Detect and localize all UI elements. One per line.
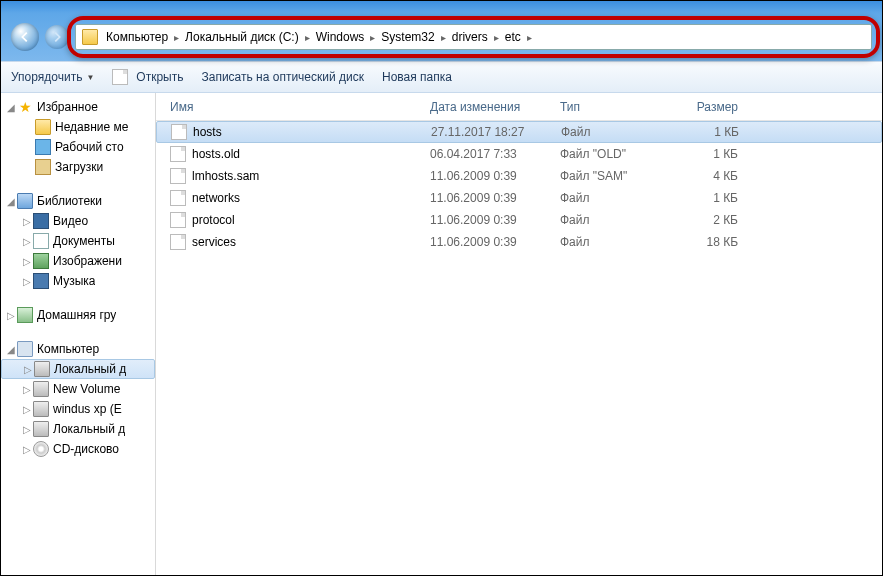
- main-area: ◢ ★ Избранное Недавние ме Рабочий сто За…: [1, 93, 882, 575]
- table-row[interactable]: networks11.06.2009 0:39Файл1 КБ: [156, 187, 882, 209]
- column-size[interactable]: Размер: [664, 100, 744, 114]
- file-icon: [171, 124, 187, 140]
- sidebar-favorites[interactable]: ◢ ★ Избранное: [1, 97, 155, 117]
- collapse-icon[interactable]: ◢: [5, 102, 17, 113]
- expand-icon[interactable]: ▷: [21, 256, 33, 267]
- chevron-right-icon[interactable]: ▸: [492, 32, 501, 43]
- sidebar-item-pictures[interactable]: ▷ Изображени: [1, 251, 155, 271]
- table-row[interactable]: protocol11.06.2009 0:39Файл2 КБ: [156, 209, 882, 231]
- organize-label: Упорядочить: [11, 70, 82, 84]
- cell-size: 1 КБ: [664, 191, 744, 205]
- sidebar-item-music[interactable]: ▷ Музыка: [1, 271, 155, 291]
- file-name: lmhosts.sam: [192, 169, 259, 183]
- sidebar-item-local-disk-c[interactable]: ▷ Локальный д: [1, 359, 155, 379]
- table-row[interactable]: services11.06.2009 0:39Файл18 КБ: [156, 231, 882, 253]
- column-headers: Имя Дата изменения Тип Размер: [156, 93, 882, 121]
- cell-name: hosts.old: [164, 146, 424, 162]
- chevron-right-icon[interactable]: ▸: [439, 32, 448, 43]
- chevron-right-icon[interactable]: ▸: [303, 32, 312, 43]
- sidebar-favorites-group: ◢ ★ Избранное Недавние ме Рабочий сто За…: [1, 97, 155, 177]
- downloads-icon: [35, 159, 51, 175]
- sidebar-item-local-disk-2[interactable]: ▷ Локальный д: [1, 419, 155, 439]
- file-name: hosts.old: [192, 147, 240, 161]
- chevron-right-icon[interactable]: ▸: [368, 32, 377, 43]
- sidebar-item-label: Музыка: [53, 274, 95, 288]
- folder-icon: [35, 119, 51, 135]
- expand-icon[interactable]: ▷: [5, 310, 17, 321]
- sidebar-item-label: CD-дисково: [53, 442, 119, 456]
- sidebar-item-label: Документы: [53, 234, 115, 248]
- collapse-icon[interactable]: ◢: [5, 196, 17, 207]
- cell-date: 11.06.2009 0:39: [424, 235, 554, 249]
- cell-name: hosts: [165, 124, 425, 140]
- breadcrumb-segment[interactable]: etc: [501, 25, 525, 49]
- sidebar-item-recent[interactable]: Недавние ме: [1, 117, 155, 137]
- collapse-icon[interactable]: ◢: [5, 344, 17, 355]
- file-icon: [170, 168, 186, 184]
- expand-icon[interactable]: ▷: [21, 236, 33, 247]
- column-date[interactable]: Дата изменения: [424, 100, 554, 114]
- breadcrumb-segment[interactable]: Windows: [312, 25, 369, 49]
- back-button[interactable]: [11, 23, 39, 51]
- expand-icon[interactable]: ▷: [21, 424, 33, 435]
- address-bar[interactable]: Компьютер▸Локальный диск (C:)▸Windows▸Sy…: [75, 24, 872, 50]
- expand-icon[interactable]: ▷: [21, 276, 33, 287]
- sidebar-computer-group: ◢ Компьютер ▷ Локальный д ▷ New Volume ▷…: [1, 339, 155, 459]
- sidebar-item-new-volume[interactable]: ▷ New Volume: [1, 379, 155, 399]
- sidebar-item-label: Избранное: [37, 100, 98, 114]
- expand-icon[interactable]: ▷: [22, 364, 34, 375]
- table-row[interactable]: hosts27.11.2017 18:27Файл1 КБ: [156, 121, 882, 143]
- sidebar-item-cd-drive[interactable]: ▷ CD-дисково: [1, 439, 155, 459]
- breadcrumb-segment[interactable]: Компьютер: [102, 25, 172, 49]
- cd-icon: [33, 441, 49, 457]
- drive-icon: [34, 361, 50, 377]
- cell-name: networks: [164, 190, 424, 206]
- breadcrumb-segment[interactable]: System32: [377, 25, 438, 49]
- cell-type: Файл: [554, 235, 664, 249]
- sidebar-item-label: Недавние ме: [55, 120, 128, 134]
- chevron-down-icon: ▼: [86, 73, 94, 82]
- desktop-icon: [35, 139, 51, 155]
- table-row[interactable]: lmhosts.sam11.06.2009 0:39Файл "SAM"4 КБ: [156, 165, 882, 187]
- organize-button[interactable]: Упорядочить ▼: [11, 70, 94, 84]
- burn-button[interactable]: Записать на оптический диск: [201, 70, 364, 84]
- chevron-right-icon[interactable]: ▸: [172, 32, 181, 43]
- column-name[interactable]: Имя: [164, 100, 424, 114]
- sidebar-item-videos[interactable]: ▷ Видео: [1, 211, 155, 231]
- table-row[interactable]: hosts.old06.04.2017 7:33Файл "OLD"1 КБ: [156, 143, 882, 165]
- expand-icon[interactable]: ▷: [21, 404, 33, 415]
- sidebar-libraries[interactable]: ◢ Библиотеки: [1, 191, 155, 211]
- sidebar-item-label: Рабочий сто: [55, 140, 124, 154]
- new-folder-button[interactable]: Новая папка: [382, 70, 452, 84]
- burn-label: Записать на оптический диск: [201, 70, 364, 84]
- column-type[interactable]: Тип: [554, 100, 664, 114]
- sidebar-item-documents[interactable]: ▷ Документы: [1, 231, 155, 251]
- chevron-right-icon[interactable]: ▸: [525, 32, 534, 43]
- cell-date: 06.04.2017 7:33: [424, 147, 554, 161]
- file-name: protocol: [192, 213, 235, 227]
- sidebar-item-downloads[interactable]: Загрузки: [1, 157, 155, 177]
- breadcrumb-segment[interactable]: drivers: [448, 25, 492, 49]
- file-icon: [170, 234, 186, 250]
- sidebar-item-windus-xp[interactable]: ▷ windus xp (E: [1, 399, 155, 419]
- window-top-strip: [1, 1, 882, 13]
- sidebar-item-label: Локальный д: [53, 422, 125, 436]
- cell-type: Файл: [554, 213, 664, 227]
- arrow-right-icon: [50, 30, 64, 44]
- forward-button[interactable]: [45, 25, 69, 49]
- cell-size: 1 КБ: [665, 125, 745, 139]
- expand-icon[interactable]: ▷: [21, 216, 33, 227]
- breadcrumb-segment[interactable]: Локальный диск (C:): [181, 25, 303, 49]
- sidebar-homegroup[interactable]: ▷ Домашняя гру: [1, 305, 155, 325]
- expand-icon[interactable]: ▷: [21, 444, 33, 455]
- cell-size: 2 КБ: [664, 213, 744, 227]
- file-rows: hosts27.11.2017 18:27Файл1 КБhosts.old06…: [156, 121, 882, 253]
- cell-type: Файл "SAM": [554, 169, 664, 183]
- cell-date: 11.06.2009 0:39: [424, 191, 554, 205]
- sidebar-computer[interactable]: ◢ Компьютер: [1, 339, 155, 359]
- expand-icon[interactable]: ▷: [21, 384, 33, 395]
- cell-size: 4 КБ: [664, 169, 744, 183]
- sidebar-item-label: Загрузки: [55, 160, 103, 174]
- sidebar-item-desktop[interactable]: Рабочий сто: [1, 137, 155, 157]
- open-button[interactable]: Открыть: [112, 69, 183, 85]
